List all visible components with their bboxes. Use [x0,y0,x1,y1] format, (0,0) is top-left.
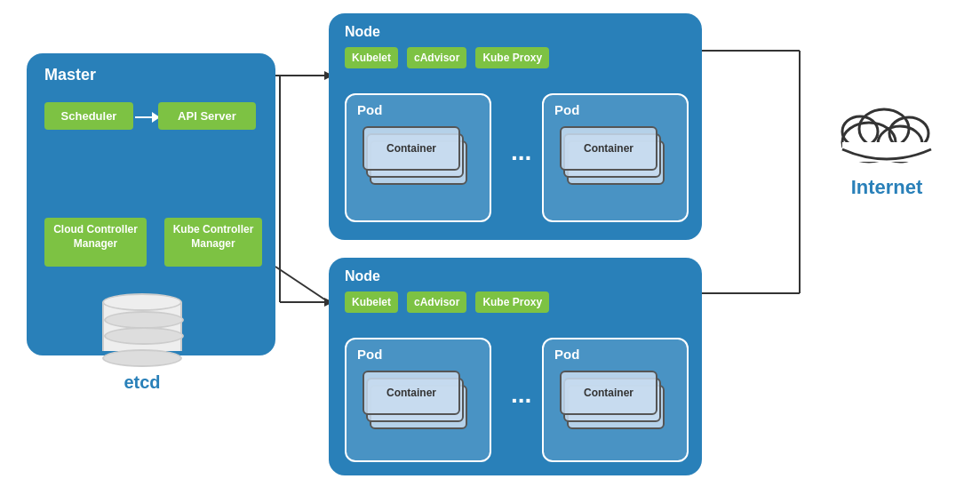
scheduler-to-api-arrow [135,111,160,124]
arrow-line [135,116,152,118]
pod-2-bottom: Pod Container [542,338,689,462]
scheduler-button: Scheduler [44,102,133,130]
kubelet-bottom-button: Kubelet [345,291,398,313]
node-top-services: Kubelet cAdvisor Kube Proxy [345,47,549,68]
pod2-bottom-label: Pod [554,347,579,362]
internet-label: Internet [811,176,962,199]
container-box-2a: Container [560,126,657,171]
container-box-4a: Container [560,371,657,415]
node-bottom-services: Kubelet cAdvisor Kube Proxy [345,291,549,313]
etcd-label: etcd [123,372,160,393]
container-box-3a: Container [363,371,460,415]
internet-area: Internet [811,89,962,199]
cloud-controller-button: Cloud ControllerManager [44,218,147,267]
svg-line-18 [275,267,329,302]
node-box-bottom: Node Kubelet cAdvisor Kube Proxy Pod Con… [329,258,702,475]
cadvisor-bottom-button: cAdvisor [407,291,466,313]
cadvisor-top-button: cAdvisor [407,47,466,68]
pod-1-top: Pod Container [345,93,491,222]
cyl-top [102,293,182,311]
cyl-mid [104,311,184,329]
api-server-button: API Server [158,102,256,130]
kubelet-top-button: Kubelet [345,47,398,68]
pod1-top-label: Pod [357,102,382,117]
pod1-bottom-label: Pod [357,347,382,362]
dots-top: ... [511,138,531,166]
master-box: Master Scheduler API Server Cloud Contro… [27,53,275,355]
kubeproxy-bottom-button: Kube Proxy [475,291,549,313]
pod-2-top: Pod Container [542,93,689,222]
etcd-area: etcd [89,293,195,393]
master-label: Master [44,66,96,84]
node-bottom-label: Node [345,268,380,284]
diagram: Master Scheduler API Server Cloud Contro… [0,0,980,487]
container-box-1a: Container [363,126,460,171]
dots-bottom: ... [511,380,531,409]
pod-1-bottom: Pod Container [345,338,491,462]
etcd-cylinder [102,293,182,367]
node-top-label: Node [345,24,380,40]
node-box-top: Node Kubelet cAdvisor Kube Proxy Pod Con… [329,13,702,240]
cyl-mid2 [104,327,184,345]
kube-controller-button: Kube ControllerManager [164,218,262,267]
pod2-top-label: Pod [554,102,579,117]
kubeproxy-top-button: Kube Proxy [475,47,549,68]
cyl-bottom [102,349,182,367]
cloud-icon [820,89,953,169]
